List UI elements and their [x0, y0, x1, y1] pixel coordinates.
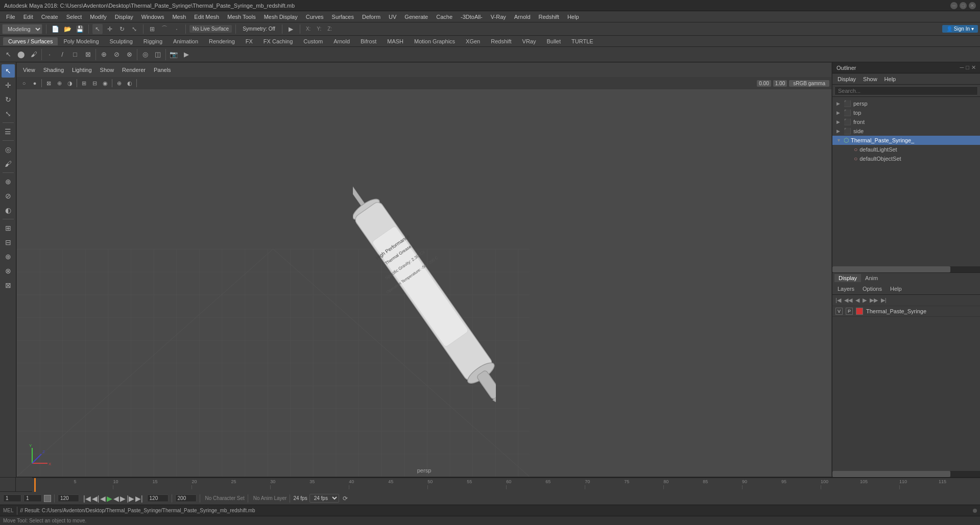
- cattab-9[interactable]: Arnold: [328, 37, 355, 45]
- tree-item-objset[interactable]: ○ defaultObjectSet: [843, 154, 980, 163]
- maximize-button[interactable]: □: [960, 2, 967, 9]
- cattab-11[interactable]: MASH: [382, 37, 409, 45]
- snap-grid-btn[interactable]: ⊞: [147, 24, 157, 34]
- menu-item-create[interactable]: Create: [37, 13, 62, 21]
- tree-item-thermal[interactable]: ▼ ⬡ Thermal_Paste_Syringe_: [832, 136, 980, 145]
- cattab-3[interactable]: Rigging: [138, 37, 168, 45]
- tree-item-persp[interactable]: ▶ ⬛ persp: [832, 99, 980, 108]
- isolate-btn[interactable]: ⊕: [54, 78, 64, 88]
- play-reverse-btn[interactable]: ◀: [113, 494, 119, 503]
- timeline[interactable]: 5101520253035404550556065707580859095100…: [32, 478, 980, 492]
- menu-item-uv[interactable]: UV: [385, 13, 400, 21]
- prev-key-btn[interactable]: ◀|: [92, 494, 100, 503]
- play-btn[interactable]: ▶: [180, 48, 193, 61]
- cattab-13[interactable]: XGen: [461, 37, 485, 45]
- outliner-hscroll-thumb[interactable]: [832, 266, 950, 272]
- scale-tool-left[interactable]: ⤡: [2, 107, 15, 120]
- cattab-14[interactable]: Redshift: [486, 37, 516, 45]
- play-btn[interactable]: ▶: [107, 494, 112, 503]
- outliner-search-input[interactable]: [834, 86, 978, 95]
- scale-tool-btn[interactable]: ⤡: [129, 24, 139, 34]
- menu-item-v-ray[interactable]: V-Ray: [487, 13, 510, 21]
- lasso-btn[interactable]: ⬤: [15, 48, 27, 61]
- layer-visibility[interactable]: V: [835, 308, 843, 315]
- layout4[interactable]: ⊗: [2, 264, 15, 278]
- paint-sel-btn[interactable]: 🖌: [28, 48, 40, 61]
- panels-menu[interactable]: Panels: [151, 66, 174, 74]
- help-option[interactable]: Help: [887, 285, 905, 293]
- layer-nav-next[interactable]: ▶: [862, 297, 868, 304]
- tree-item-top[interactable]: ▶ ⬛ top: [832, 108, 980, 117]
- close-button[interactable]: ✕: [969, 2, 976, 9]
- select-tool-btn[interactable]: ↖: [92, 24, 103, 34]
- merge-btn[interactable]: ⊗: [123, 48, 135, 61]
- save-btn[interactable]: 💾: [75, 24, 85, 34]
- cattab-0[interactable]: Curves / Surfaces: [3, 37, 58, 45]
- lasso-left[interactable]: ⊘: [2, 189, 15, 203]
- cattab-16[interactable]: Bullet: [542, 37, 566, 45]
- vert-smooth-btn[interactable]: ⊕: [114, 78, 124, 88]
- viewport[interactable]: View Shading Lighting Show Renderer Pane…: [16, 62, 832, 477]
- layer-nav-prev2[interactable]: ◀◀: [843, 297, 853, 304]
- mode-selector[interactable]: Modeling: [2, 24, 42, 34]
- snap-curve-btn[interactable]: ⌒: [159, 24, 170, 34]
- cattab-10[interactable]: Bifrost: [355, 37, 381, 45]
- cattab-17[interactable]: TURTLE: [566, 37, 599, 45]
- vertex-mode[interactable]: ·: [43, 48, 56, 61]
- menu-item-help[interactable]: Help: [563, 13, 583, 21]
- cattab-4[interactable]: Animation: [168, 37, 203, 45]
- face-mode[interactable]: □: [69, 48, 81, 61]
- lighting-menu[interactable]: Lighting: [69, 66, 95, 74]
- cattab-12[interactable]: Motion Graphics: [409, 37, 460, 45]
- outliner-display-menu[interactable]: Display: [834, 75, 859, 83]
- view-menu[interactable]: View: [20, 66, 38, 74]
- menu-item-deform[interactable]: Deform: [358, 13, 385, 21]
- menu-item-file[interactable]: File: [2, 13, 19, 21]
- frame-start-field[interactable]: [3, 494, 21, 502]
- shaded-btn[interactable]: ●: [30, 78, 40, 88]
- menu-item-windows[interactable]: Windows: [137, 13, 169, 21]
- cattab-2[interactable]: Sculpting: [105, 37, 138, 45]
- menu-item-curves[interactable]: Curves: [302, 13, 328, 21]
- menu-item-select[interactable]: Select: [62, 13, 86, 21]
- menu-item-mesh[interactable]: Mesh: [168, 13, 190, 21]
- soft-sel-btn[interactable]: ◎: [139, 48, 151, 61]
- layer-nav-next2[interactable]: ▶▶: [869, 297, 879, 304]
- menu-item-modify[interactable]: Modify: [86, 13, 110, 21]
- layer-pickable[interactable]: P: [846, 308, 853, 315]
- outliner-hscroll[interactable]: [832, 266, 980, 272]
- tree-item-lightset[interactable]: ○ defaultLightSet: [843, 145, 980, 154]
- menu-item-redshift[interactable]: Redshift: [535, 13, 563, 21]
- shade-options-btn[interactable]: ◐: [125, 78, 135, 88]
- next-key-btn[interactable]: |▶: [127, 494, 134, 503]
- frame-current-field[interactable]: [23, 494, 42, 502]
- menu-item-surfaces[interactable]: Surfaces: [328, 13, 358, 21]
- move-tool-left[interactable]: ✛: [2, 79, 15, 92]
- menu-item-cache[interactable]: Cache: [432, 13, 457, 21]
- prev-frame-btn[interactable]: ◀: [100, 494, 106, 503]
- uv-btn[interactable]: ⊠: [43, 78, 54, 88]
- uvs-mode[interactable]: ⊠: [82, 48, 94, 61]
- minimize-button[interactable]: ─: [950, 2, 958, 9]
- timeline-playhead[interactable]: [34, 478, 36, 492]
- render-btn[interactable]: ▶: [286, 24, 296, 34]
- cattab-8[interactable]: Custom: [298, 37, 328, 45]
- symmetry-btn[interactable]: Symmetry: Off: [240, 25, 278, 33]
- display-tab[interactable]: Display: [834, 274, 861, 282]
- soft-mod-left[interactable]: ◎: [2, 143, 15, 156]
- snap-left[interactable]: ⊕: [2, 175, 15, 188]
- paint-left[interactable]: 🖌: [2, 157, 15, 170]
- layer-nav-first[interactable]: |◀: [834, 297, 842, 304]
- select-tool-left[interactable]: ↖: [2, 64, 15, 78]
- outliner-help-menu[interactable]: Help: [881, 75, 899, 83]
- menu-item-edit-mesh[interactable]: Edit Mesh: [190, 13, 223, 21]
- measure-left[interactable]: ◐: [2, 204, 15, 217]
- menu-item-generate[interactable]: Generate: [400, 13, 432, 21]
- edge-mode[interactable]: /: [56, 48, 68, 61]
- cam-btn[interactable]: 📷: [168, 48, 180, 61]
- cattab-1[interactable]: Poly Modeling: [58, 37, 104, 45]
- rotate-tool-btn[interactable]: ↻: [117, 24, 127, 34]
- cattab-7[interactable]: FX Caching: [258, 37, 298, 45]
- layer-item-thermal[interactable]: V P Thermal_Paste_Syringe: [832, 306, 980, 317]
- layers-option[interactable]: Layers: [834, 285, 857, 293]
